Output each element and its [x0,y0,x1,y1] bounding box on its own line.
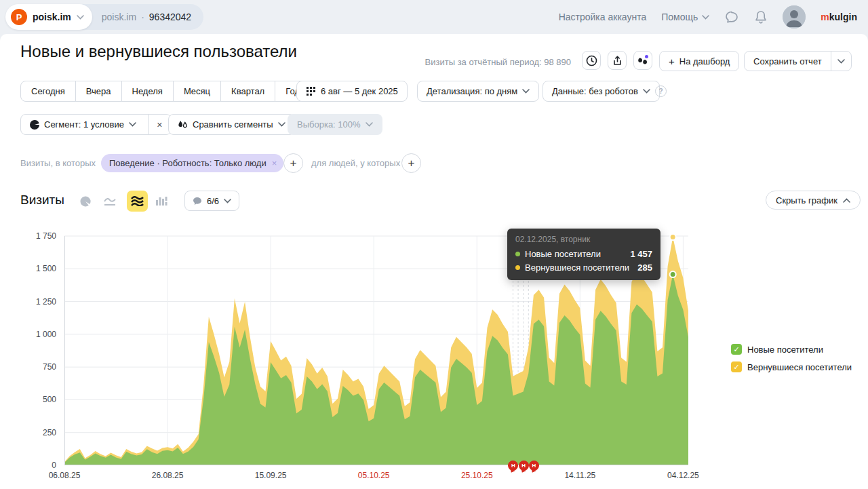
counter-selector[interactable]: P poisk.im [5,4,92,30]
detail-select-label: Детализация: по дням [427,86,517,96]
x-tick-label: 14.11.25 [557,471,603,480]
add-to-dashboard-label: На дашборд [679,56,730,66]
tooltip-new-value: 1 457 [630,249,652,259]
date-range-picker[interactable]: 6 авг — 5 дек 2025 [296,81,408,102]
tooltip-returning-value: 285 [637,262,652,273]
yellow-dot-icon [515,265,520,270]
chart-type-stacked-area-button-selected[interactable] [127,191,148,212]
sample-label: Выборка: 100% [297,119,361,130]
chart-area[interactable]: 02505007501 0001 2501 5001 750 06.08.252… [0,224,868,489]
line-chart-icon [103,196,117,207]
x-tick-label: 25.10.25 [454,471,500,480]
save-report-dropdown[interactable] [831,52,851,71]
help-label: Помощь [661,12,698,22]
counter-logo-icon: P [11,9,27,25]
tooltip-new-label: Новые посетители [525,249,625,259]
help-question-icon[interactable]: ? [655,85,667,97]
x-tick-label: 15.09.25 [248,471,294,480]
tab-today[interactable]: Сегодня [20,81,76,102]
tooltip-returning-label: Вернувшиеся посетители [525,262,633,273]
save-report-label: Сохранить отчет [753,56,822,66]
goals-select[interactable]: 6/6 [184,191,239,211]
add-to-dashboard-button[interactable]: + На дашборд [659,51,739,71]
checkbox-checked-green-icon[interactable]: ✓ [731,344,742,355]
tooltip-row-returning: Вернувшиеся посетители 285 [515,262,652,273]
goals-count: 6/6 [207,196,219,206]
x-tick-label: 06.08.25 [41,471,87,480]
checkbox-checked-yellow-icon[interactable]: ✓ [731,361,742,372]
legend-returning-label: Вернувшиеся посетители [747,362,852,372]
holiday-marker-icon[interactable]: Н [519,461,529,471]
bell-icon[interactable] [754,9,768,24]
y-tick-label: 500 [16,395,56,404]
data-robots-select[interactable]: Данные: без роботов [542,81,660,102]
topbar: P poisk.im poisk.im · 96342042 Настройка… [0,0,868,34]
segment-clear-button[interactable]: × [148,115,171,134]
pie-chart-icon [79,195,92,208]
behavior-filter-chip[interactable]: Поведение · Роботность: Только люди × [101,154,283,172]
compare-segments-button[interactable]: Сравнить сегменты [168,114,295,135]
counter-name: poisk.im [33,12,71,22]
metric-title: Визиты [20,193,64,208]
chat-icon[interactable] [724,9,739,24]
chart-type-line-button[interactable] [103,195,117,208]
history-button[interactable] [582,51,601,70]
y-tick-label: 1 250 [16,297,56,307]
tab-month[interactable]: Месяц [173,81,221,102]
compare-drops-icon [178,120,188,130]
counter-selector-group: P poisk.im poisk.im · 96342042 [5,4,203,30]
plus-icon: + [669,56,675,67]
chart-type-columns-button[interactable] [155,195,168,208]
detail-select[interactable]: Детализация: по дням [417,81,539,102]
column-chart-icon [155,196,167,207]
chevron-down-icon [278,122,285,127]
tab-quarter[interactable]: Квартал [220,81,275,102]
y-tick-label: 1 500 [16,264,56,273]
period-tabs: Сегодня Вчера Неделя Месяц Квартал Год [20,81,311,102]
legend-item-returning[interactable]: ✓ Вернувшиеся посетители [731,361,852,372]
username-rest: kulgin [829,12,857,22]
green-dot-icon [515,252,520,256]
help-menu[interactable]: Помощь [661,12,709,22]
save-report-button[interactable]: Сохранить отчет [744,51,852,71]
legend-item-new[interactable]: ✓ Новые посетители [731,344,852,355]
segment-select[interactable]: Сегмент: 1 условие × [20,114,172,135]
segment-label: Сегмент: 1 условие [44,119,124,130]
clock-icon [586,55,597,66]
sample-select[interactable]: Выборка: 100% [288,114,382,135]
stacked-area-icon [131,196,144,206]
counter-site: poisk.im [102,12,136,22]
counter-separator: · [141,12,144,22]
avatar[interactable] [783,5,806,28]
share-icon [612,55,623,66]
add-visits-condition-button[interactable]: + [283,153,303,173]
visits-summary: Визиты за отчётный период: 98 890 [425,57,571,67]
avatar-image [783,5,806,28]
chart-legend: ✓ Новые посетители ✓ Вернувшиеся посетит… [731,344,852,379]
ai-sparkle-icon [636,54,650,67]
tooltip-date: 02.12.2025, вторник [515,235,652,244]
page-title: Новые и вернувшиеся пользователи [20,42,297,61]
tab-week[interactable]: Неделя [121,81,174,102]
holiday-marker-icon[interactable]: Н [508,461,518,471]
account-settings-link[interactable]: Настройка аккаунта [559,12,647,22]
tab-yesterday[interactable]: Вчера [75,81,122,102]
username[interactable]: mkulgin [821,12,857,22]
add-users-condition-button[interactable]: + [401,153,421,173]
username-first-letter: m [821,12,829,22]
chart-type-pie-button[interactable] [79,195,92,208]
date-range-label: 6 авг — 5 дек 2025 [321,86,398,96]
chevron-down-icon [224,199,231,203]
holiday-marker-icon[interactable]: Н [529,461,539,471]
chip-close-icon[interactable]: × [272,158,277,168]
counter-id-pill[interactable]: poisk.im · 96342042 [92,12,203,22]
hide-chart-button[interactable]: Скрыть график [766,191,861,210]
chevron-down-icon [837,59,845,64]
export-button[interactable] [608,51,627,70]
chevron-down-icon [129,122,136,127]
y-tick-label: 0 [16,461,56,470]
x-tick-label: 26.08.25 [144,471,191,480]
compare-segments-label: Сравнить сегменты [193,119,273,130]
ai-insights-button[interactable] [633,51,652,70]
chevron-down-icon [702,15,709,20]
